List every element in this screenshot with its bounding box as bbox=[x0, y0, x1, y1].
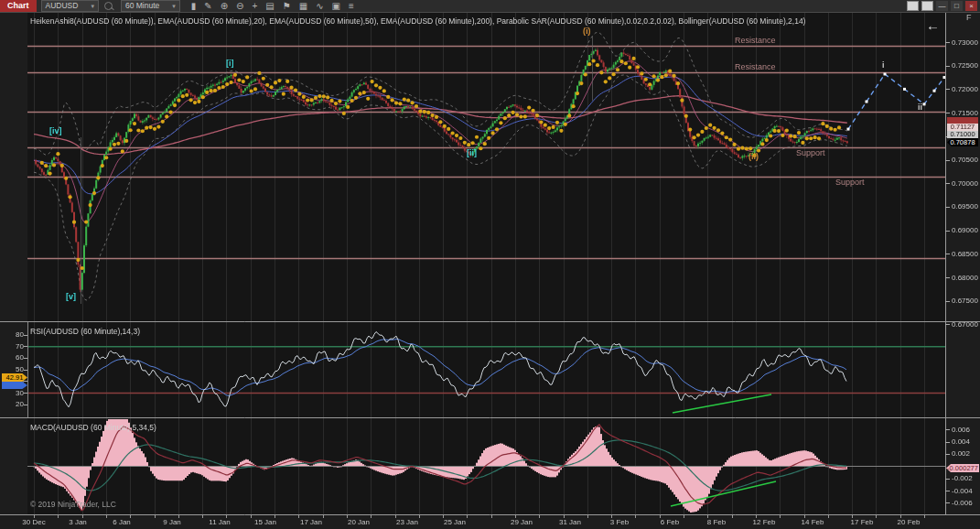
wave-label-i[interactable]: [i] bbox=[226, 59, 234, 68]
tab-chart[interactable]: Chart bbox=[0, 0, 37, 12]
window-buttons: —□× bbox=[907, 1, 977, 11]
wave-label-iv[interactable]: [iv] bbox=[49, 126, 62, 135]
restore-button[interactable]: □ bbox=[951, 1, 963, 11]
properties-icon[interactable]: ▣ bbox=[332, 0, 340, 12]
zoom-out-icon[interactable]: ⊖ bbox=[236, 0, 243, 12]
draw-tool-icon[interactable]: ✎ bbox=[204, 0, 211, 12]
data-box-icon[interactable]: ▤ bbox=[265, 0, 274, 12]
trend-line-icon[interactable]: ∿ bbox=[316, 0, 323, 12]
indicators-list-icon[interactable]: ≡ bbox=[349, 0, 354, 12]
wave-label-ii[interactable]: (ii) bbox=[748, 152, 759, 161]
instrument-value: AUDUSD bbox=[46, 1, 79, 11]
chart-canvas[interactable] bbox=[0, 0, 980, 529]
wave-label-i[interactable]: (i) bbox=[583, 27, 591, 36]
chart-trader-icon[interactable]: ▦ bbox=[299, 0, 307, 12]
minimize-button[interactable]: — bbox=[936, 1, 948, 11]
wave-label-ii[interactable]: [ii] bbox=[467, 148, 477, 157]
back-arrow-icon[interactable]: ← bbox=[926, 17, 940, 33]
chart-window: Chart AUDUSD ▾ 60 Minute ▾ ▮✎⊕⊖+▤⚑▦∿▣≡ —… bbox=[0, 0, 980, 529]
interval-link-button[interactable] bbox=[921, 1, 933, 11]
wave-label-i[interactable]: i bbox=[882, 60, 885, 70]
zoom-in-icon[interactable]: ⊕ bbox=[221, 0, 228, 12]
chart-style-icon[interactable]: ▮ bbox=[191, 0, 197, 12]
toolbar-icons: ▮✎⊕⊖+▤⚑▦∿▣≡ bbox=[191, 0, 354, 12]
chevron-down-icon: ▾ bbox=[91, 1, 94, 11]
instrument-link-button[interactable] bbox=[907, 1, 919, 11]
wave-label-v[interactable]: [v] bbox=[66, 292, 76, 301]
close-button[interactable]: × bbox=[965, 1, 977, 11]
crosshair-icon[interactable]: + bbox=[252, 0, 257, 12]
toolbar: Chart AUDUSD ▾ 60 Minute ▾ ▮✎⊕⊖+▤⚑▦∿▣≡ —… bbox=[0, 0, 980, 13]
interval-value: 60 Minute bbox=[125, 1, 159, 11]
wave-label-ii[interactable]: ii bbox=[918, 103, 922, 112]
instrument-selector[interactable]: AUDUSD ▾ bbox=[41, 0, 99, 12]
interval-selector[interactable]: 60 Minute ▾ bbox=[121, 0, 180, 12]
instrument-search-icon[interactable] bbox=[104, 2, 113, 10]
chevron-down-icon: ▾ bbox=[172, 1, 176, 11]
alert-flag-icon[interactable]: ⚑ bbox=[283, 0, 291, 12]
